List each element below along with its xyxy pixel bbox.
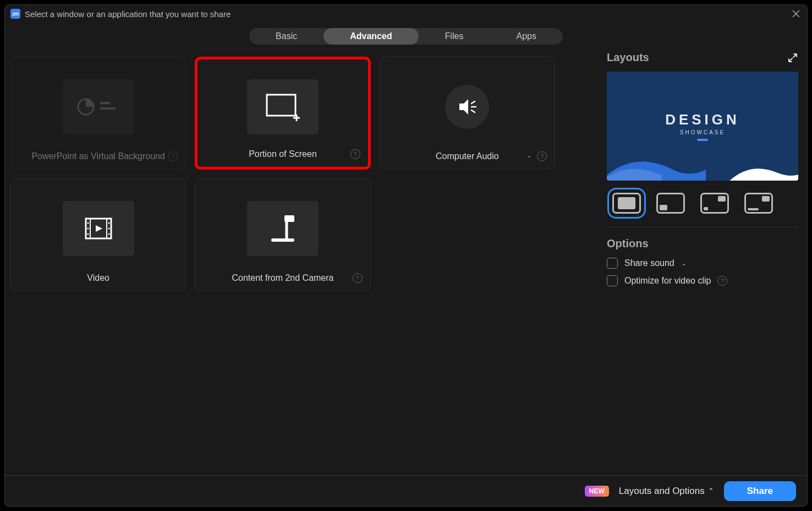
card-computer-audio[interactable]: Computer Audio ⌄ ?: [380, 57, 555, 170]
option-optimize-video[interactable]: Optimize for video clip ?: [607, 275, 798, 286]
svg-rect-2: [100, 107, 116, 110]
tab-files[interactable]: Files: [419, 28, 490, 45]
thumb-graphic: [660, 205, 667, 210]
titlebar: zm Select a window or an application tha…: [5, 5, 807, 23]
help-icon[interactable]: ?: [537, 151, 547, 161]
video-icon: [63, 201, 134, 256]
footer: NEW Layouts and Options ⌃ Share: [5, 475, 807, 506]
left-pane: PowerPoint as Virtual Background ? Porti…: [5, 51, 598, 475]
layouts-header: Layouts: [607, 51, 649, 64]
option-label: Share sound: [624, 258, 674, 268]
svg-line-8: [471, 110, 475, 112]
help-icon[interactable]: ?: [717, 276, 727, 286]
share-grid: PowerPoint as Virtual Background ? Porti…: [10, 57, 555, 291]
expand-icon: [787, 52, 798, 63]
chevron-up-icon: ⌃: [708, 487, 714, 495]
svg-point-16: [108, 227, 109, 229]
svg-point-13: [87, 227, 89, 229]
tab-bar: Basic Advanced Files Apps: [5, 23, 807, 51]
options-header: Options: [607, 237, 798, 250]
layout-thumb-side[interactable]: [744, 193, 773, 214]
layout-preview: DESIGN SHOWCASE: [607, 72, 798, 181]
thumb-graphic: [704, 207, 708, 210]
preview-accent: [697, 139, 708, 141]
option-label: Optimize for video clip: [624, 276, 711, 286]
checkbox[interactable]: [607, 258, 618, 269]
tab-basic[interactable]: Basic: [249, 28, 323, 45]
close-button[interactable]: [791, 8, 802, 19]
chevron-down-icon[interactable]: ⌄: [681, 259, 687, 267]
preview-wave-icon: [727, 156, 798, 181]
share-window: zm Select a window or an application tha…: [4, 4, 808, 507]
tab-advanced[interactable]: Advanced: [323, 28, 418, 45]
preview-title: DESIGN: [665, 111, 740, 128]
tab-apps[interactable]: Apps: [490, 28, 562, 45]
doc-camera-icon: [247, 201, 319, 256]
thumb-graphic: [618, 197, 635, 209]
svg-line-6: [471, 101, 475, 104]
thumb-graphic: [748, 208, 759, 210]
card-powerpoint-bg: PowerPoint as Virtual Background ?: [10, 57, 186, 170]
share-button[interactable]: Share: [724, 481, 796, 501]
layout-thumb-full[interactable]: [612, 193, 641, 214]
card-label: Portion of Screen: [197, 149, 367, 159]
svg-point-15: [108, 222, 109, 224]
thumb-graphic: [718, 196, 726, 202]
svg-point-17: [108, 233, 109, 235]
card-video[interactable]: Video: [10, 178, 186, 291]
layouts-header-row: Layouts: [607, 51, 798, 64]
svg-point-12: [87, 222, 89, 224]
layout-thumbnails: [607, 181, 798, 227]
app-logo: zm: [10, 9, 20, 19]
preview-wave-icon: [607, 142, 706, 181]
close-icon: [792, 10, 800, 18]
speaker-icon: [445, 85, 489, 129]
window-title: Select a window or an application that y…: [25, 9, 231, 19]
help-icon[interactable]: ?: [350, 149, 360, 159]
svg-rect-20: [271, 238, 294, 242]
footer-toggle-label: Layouts and Options: [619, 486, 705, 497]
option-share-sound[interactable]: Share sound ⌄: [607, 258, 798, 269]
svg-rect-3: [267, 95, 295, 116]
thumb-graphic: [762, 196, 770, 202]
powerpoint-icon: [63, 79, 134, 134]
portion-icon: [247, 79, 319, 134]
body: PowerPoint as Virtual Background ? Porti…: [5, 51, 807, 475]
preview-subtitle: SHOWCASE: [680, 129, 725, 135]
svg-rect-1: [100, 102, 110, 104]
card-label: PowerPoint as Virtual Background: [11, 151, 185, 161]
expand-button[interactable]: [787, 52, 798, 63]
card-label: Video: [11, 273, 185, 283]
tab-group: Basic Advanced Files Apps: [249, 28, 563, 45]
svg-rect-18: [284, 215, 294, 222]
checkbox[interactable]: [607, 275, 618, 286]
new-badge: NEW: [585, 486, 609, 497]
card-second-camera[interactable]: Content from 2nd Camera ?: [195, 178, 370, 291]
right-pane: Layouts DESIGN SHOWCASE: [598, 51, 807, 475]
layouts-options-toggle[interactable]: Layouts and Options ⌃: [619, 486, 714, 497]
card-label: Content from 2nd Camera: [195, 273, 370, 283]
layout-thumb-pip-tr[interactable]: [700, 193, 729, 214]
card-portion-screen[interactable]: Portion of Screen ?: [195, 57, 370, 170]
chevron-down-icon[interactable]: ⌄: [526, 152, 531, 159]
svg-point-14: [87, 233, 89, 235]
help-icon[interactable]: ?: [353, 273, 363, 283]
layout-thumb-pip-bl[interactable]: [656, 193, 685, 214]
